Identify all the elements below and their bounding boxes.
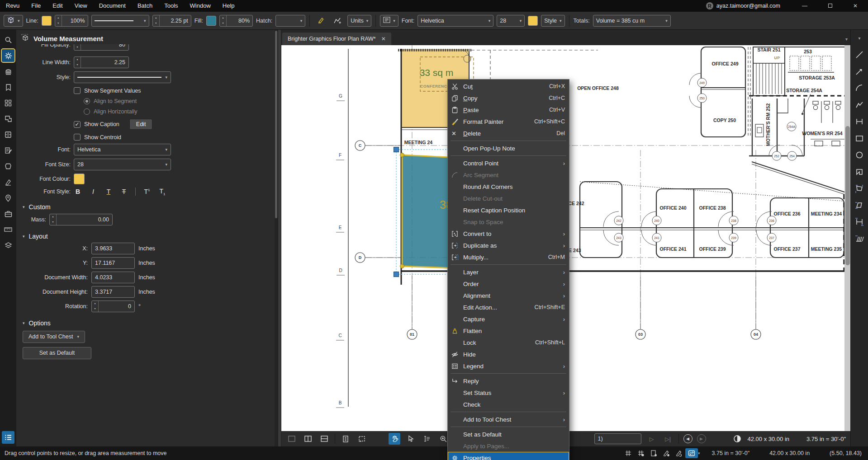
polyline-tool-icon[interactable] <box>854 99 865 110</box>
polyline-sketch-icon[interactable] <box>331 15 344 27</box>
pan-tool-icon[interactable] <box>389 433 400 445</box>
last-page-icon[interactable]: ▷| <box>662 433 674 445</box>
context-menu-item-lock[interactable]: LockCtrl+Shift+L <box>448 337 569 348</box>
align-horizontally-radio[interactable] <box>84 108 90 115</box>
polygon-tool-icon[interactable] <box>854 166 865 177</box>
arrow-tool-icon[interactable] <box>854 66 865 77</box>
document-width-field[interactable]: 4.0233 <box>91 272 135 283</box>
rectangle-tool-icon[interactable] <box>854 133 865 144</box>
tool-select-dropdown[interactable]: ▾ <box>4 15 23 27</box>
context-menu-item-legend[interactable]: Legend› <box>448 360 569 372</box>
panel-splitter[interactable] <box>278 30 281 446</box>
show-caption-checkbox[interactable]: ✓ <box>74 121 81 128</box>
next-view-icon[interactable]: ▶ <box>697 434 706 443</box>
dimension-tool-icon[interactable] <box>854 116 865 127</box>
document-height-field[interactable]: 3.3717 <box>91 286 135 298</box>
font-size-dropdown[interactable]: 28▾ <box>497 15 525 27</box>
next-page-icon[interactable]: ▷ <box>646 433 658 445</box>
font-field[interactable]: Helvetica▾ <box>74 144 171 155</box>
pen-tool-icon[interactable] <box>2 176 14 188</box>
area-measure-tool-icon[interactable] <box>854 200 865 211</box>
file-access-icon[interactable] <box>2 65 14 78</box>
context-menu-item-apply-to-pages[interactable]: Apply to Pages... <box>448 440 569 452</box>
strikethrough-button[interactable]: T <box>120 188 128 195</box>
snap-to-markup-icon[interactable] <box>660 448 673 458</box>
rotation-field[interactable]: ▴▾0 <box>91 300 135 312</box>
context-menu-item-alignment[interactable]: Alignment› <box>448 290 569 301</box>
context-menu-item-edit-action[interactable]: Edit Action...Ctrl+Shift+E <box>448 301 569 313</box>
context-menu-item-control-point[interactable]: Control Point› <box>448 157 569 169</box>
superscript-button[interactable]: T1 <box>143 188 151 195</box>
markup-list-icon[interactable] <box>2 431 14 444</box>
context-menu-item-open-pop-up-note[interactable]: Open Pop-Up Note <box>448 142 569 154</box>
style-dropdown[interactable]: Style▾ <box>541 15 564 27</box>
show-segment-values-checkbox[interactable] <box>74 87 81 94</box>
align-horizontally-row[interactable]: Align Horizontally <box>84 108 278 115</box>
fit-page-icon[interactable] <box>340 433 351 445</box>
places-pin-icon[interactable] <box>2 192 14 204</box>
align-to-segment-row[interactable]: Align to Segment <box>84 98 278 104</box>
side-by-side-view-icon[interactable] <box>302 433 314 445</box>
fill-opacity-spinner[interactable]: ▴▾80% <box>219 15 253 27</box>
tab-close-icon[interactable]: ✕ <box>381 36 386 42</box>
snap-to-grid-icon[interactable] <box>635 448 647 458</box>
show-caption-row[interactable]: ✓ Show Caption Edit <box>74 119 278 130</box>
subscript-button[interactable]: T1 <box>158 188 166 196</box>
context-menu-item-reset-caption-position[interactable]: Reset Caption Position <box>448 204 569 216</box>
context-menu-item-arc-segment[interactable]: Arc Segment <box>448 169 569 181</box>
mass-field[interactable]: ▴▾0.00 <box>49 214 113 225</box>
arc-tool-icon[interactable] <box>854 83 865 94</box>
show-centroid-checkbox[interactable] <box>74 134 81 141</box>
menu-edit[interactable]: Edit <box>47 0 68 12</box>
fill-opacity-field[interactable]: ▴▾80 <box>74 44 129 51</box>
context-menu-item-layer[interactable]: Layer› <box>448 266 569 278</box>
thumbnails-icon[interactable] <box>2 97 14 109</box>
style-dropdown-field[interactable]: ▾ <box>74 71 171 83</box>
previous-view-icon[interactable]: ◀ <box>683 434 693 443</box>
panel-scrollbar[interactable] <box>275 30 278 446</box>
show-segment-values-row[interactable]: Show Segment Values <box>74 87 278 94</box>
menu-help[interactable]: Help <box>217 0 241 12</box>
line-tool-icon[interactable] <box>854 49 865 60</box>
layers-icon[interactable] <box>2 239 14 252</box>
properties-gear-icon[interactable] <box>2 49 14 62</box>
context-menu-item-multiply[interactable]: Multiply...Ctrl+M <box>448 251 569 263</box>
line-opacity-spinner[interactable]: ▴▾100% <box>55 15 88 27</box>
underline-button[interactable]: T <box>104 188 113 195</box>
font-colour-swatch[interactable] <box>74 174 85 184</box>
document-vertical-scrollbar[interactable] <box>844 45 850 431</box>
x-field[interactable]: 3.9633 <box>91 243 135 254</box>
line-width-field[interactable]: ▴▾2.25 <box>74 56 129 68</box>
measurements-ruler-icon[interactable] <box>2 223 14 236</box>
context-menu-item-snap-to-space[interactable]: Snap to Space <box>448 216 569 228</box>
toolbox-icon[interactable] <box>2 207 14 220</box>
font-size-field[interactable]: 28▾ <box>74 159 171 170</box>
context-menu-item-set-status[interactable]: Set Status› <box>448 387 569 399</box>
context-menu-item-paste[interactable]: PasteCtrl+V <box>448 104 569 116</box>
grid-icon[interactable] <box>622 448 635 458</box>
count-measure-tool-icon[interactable] <box>854 233 865 244</box>
document-tab[interactable]: Brighter Graphics Floor Plan RAW* ✕ <box>282 33 391 45</box>
page-number-field[interactable]: 1) <box>594 433 641 444</box>
context-menu-item-convert-to[interactable]: Convert to› <box>448 228 569 239</box>
options-section-header[interactable]: ▾Options <box>23 319 278 327</box>
ellipse-tool-icon[interactable] <box>854 150 865 160</box>
restore-button[interactable] <box>817 0 843 12</box>
context-menu-item-round-all-corners[interactable]: Round All Corners <box>448 181 569 192</box>
context-menu-item-reply[interactable]: Reply <box>448 375 569 387</box>
totals-dropdown[interactable]: Volume = 385 cu m▾ <box>593 15 671 27</box>
snap-to-content-icon[interactable] <box>647 448 660 458</box>
menu-tools[interactable]: Tools <box>158 0 184 12</box>
menu-file[interactable]: File <box>25 0 47 12</box>
collapse-chevron-icon[interactable]: ▾ <box>854 33 865 43</box>
search-icon[interactable] <box>2 33 14 46</box>
context-menu-item-add-to-tool-chest[interactable]: Add to Tool Chest› <box>448 413 569 425</box>
tab-overflow-icon[interactable]: ▾ <box>845 37 848 42</box>
sketch-to-scale-icon[interactable] <box>673 448 685 458</box>
minimize-button[interactable]: — <box>792 0 817 12</box>
align-to-segment-radio[interactable] <box>84 98 90 104</box>
fill-color-swatch[interactable] <box>206 16 216 26</box>
font-dropdown[interactable]: Helvetica▾ <box>417 15 493 27</box>
context-menu-item-capture[interactable]: Capture› <box>448 313 569 325</box>
context-menu-item-duplicate-as[interactable]: Duplicate as› <box>448 239 569 251</box>
